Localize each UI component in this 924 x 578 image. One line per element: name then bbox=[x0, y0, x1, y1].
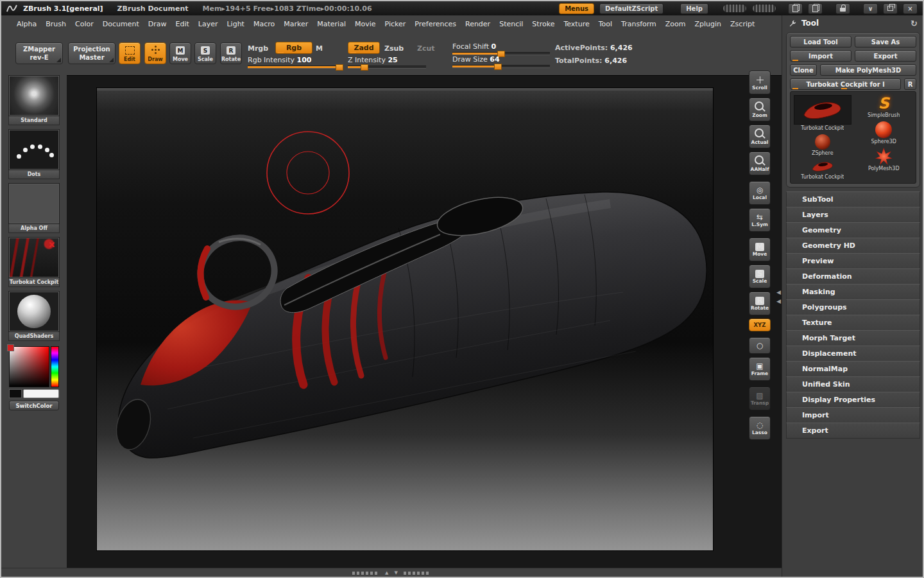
menus-button[interactable]: Menus bbox=[559, 3, 594, 14]
rotate-mode-button[interactable]: R Rotate bbox=[220, 42, 242, 64]
tray-lasso-button[interactable]: ◌ Lasso bbox=[749, 416, 771, 440]
switch-color-button[interactable]: SwitchColor bbox=[9, 401, 59, 410]
current-alpha-thumbnail[interactable]: Alpha Off bbox=[8, 183, 60, 233]
load-tool-button[interactable]: Load Tool bbox=[790, 36, 851, 48]
export-document-button[interactable] bbox=[808, 3, 823, 14]
current-stroke-thumbnail[interactable]: Dots bbox=[8, 129, 60, 179]
tool-section[interactable]: Display Properties bbox=[786, 392, 920, 408]
rgb-intensity-slider[interactable]: Rgb Intensity 100 bbox=[248, 56, 343, 69]
tray-scroll-button[interactable]: Scroll bbox=[749, 71, 771, 94]
menu-item[interactable]: Picker bbox=[385, 20, 406, 28]
tray-zoom-button[interactable]: Zoom bbox=[749, 98, 771, 121]
menu-item[interactable]: Layer bbox=[198, 20, 218, 28]
tool-section[interactable]: Layers bbox=[786, 207, 920, 223]
draw-mode-button[interactable]: Draw bbox=[144, 42, 166, 64]
restore-config-button[interactable]: R bbox=[904, 78, 916, 90]
zcut-button[interactable]: Zcut bbox=[417, 44, 435, 53]
make-polymesh3d-button[interactable]: Make PolyMesh3D bbox=[820, 64, 916, 76]
tool-thumbnail-simplebrush[interactable]: S SimpleBrush bbox=[855, 95, 913, 118]
current-brush-thumbnail[interactable]: Standard bbox=[8, 75, 60, 125]
draw-size-slider[interactable]: Draw Size 64 bbox=[452, 55, 550, 68]
tray-scale-button[interactable]: S Scale bbox=[749, 265, 771, 288]
alt-color-swatch[interactable] bbox=[9, 389, 22, 398]
menu-item[interactable]: Brush bbox=[46, 20, 66, 28]
rgb-button[interactable]: Rgb bbox=[275, 42, 312, 54]
clone-button[interactable]: Clone bbox=[790, 64, 817, 76]
tool-section[interactable]: Displacement bbox=[786, 346, 920, 362]
tool-thumbnail-turbokat[interactable]: Turbokat Cockpit bbox=[794, 95, 851, 131]
saturation-value-picker[interactable] bbox=[9, 346, 49, 387]
save-as-button[interactable]: Save As bbox=[855, 36, 916, 48]
copy-document-button[interactable] bbox=[788, 3, 803, 14]
zbrush-document-canvas[interactable] bbox=[96, 87, 714, 551]
tray-pivot-button[interactable]: ○ bbox=[749, 337, 771, 354]
tray-rotate-button[interactable]: R Rotate bbox=[749, 292, 771, 315]
tray-move-button[interactable]: M Move bbox=[749, 238, 771, 261]
tool-section[interactable]: Geometry bbox=[786, 222, 920, 238]
tray-local-button[interactable]: ◎ Local bbox=[749, 181, 771, 205]
menu-item[interactable]: Light bbox=[227, 20, 244, 28]
tray-actual-button[interactable]: Actual bbox=[749, 125, 771, 148]
slider-handle[interactable] bbox=[361, 64, 368, 71]
minimize-button[interactable]: ∨ bbox=[863, 3, 878, 14]
current-color-swatch[interactable] bbox=[23, 389, 59, 398]
tool-section[interactable]: Morph Target bbox=[786, 330, 920, 346]
menu-item[interactable]: Material bbox=[317, 20, 346, 28]
menu-item[interactable]: Tool bbox=[599, 20, 612, 28]
menu-item[interactable]: Texture bbox=[563, 20, 589, 28]
edit-mode-button[interactable]: Edit bbox=[119, 42, 141, 64]
tool-section[interactable]: Deformation bbox=[786, 268, 920, 285]
menu-item[interactable]: Document bbox=[103, 20, 139, 28]
tool-section[interactable]: Preview bbox=[786, 253, 920, 269]
current-tool-button[interactable]: Turbokat Cockpit for l bbox=[790, 78, 901, 90]
menu-item[interactable]: Zscript bbox=[730, 20, 755, 28]
tool-thumbnail-polymesh3d[interactable]: PolyMesh3D bbox=[855, 148, 913, 171]
tool-section[interactable]: Export bbox=[786, 423, 920, 439]
menu-item[interactable]: Transform bbox=[621, 20, 656, 28]
secondary-color-swatch[interactable] bbox=[7, 344, 14, 351]
tool-section[interactable]: NormalMap bbox=[786, 361, 920, 377]
tool-thumbnail-sphere3d[interactable]: Sphere3D bbox=[855, 121, 913, 144]
scale-mode-button[interactable]: S Scale bbox=[194, 42, 216, 64]
right-tray-divider-slider[interactable] bbox=[752, 4, 776, 13]
tool-section[interactable]: Masking bbox=[786, 284, 920, 300]
default-zscript-button[interactable]: DefaultZScript bbox=[599, 3, 663, 14]
mrgb-button[interactable]: Mrgb bbox=[248, 44, 268, 53]
slider-handle[interactable] bbox=[336, 64, 343, 71]
m-button[interactable]: M bbox=[316, 44, 323, 53]
menu-item[interactable]: Edit bbox=[176, 20, 189, 28]
export-button[interactable]: Export bbox=[855, 50, 916, 62]
menu-item[interactable]: Zplugin bbox=[695, 20, 722, 28]
menu-item[interactable]: Macro bbox=[253, 20, 275, 28]
import-button[interactable]: Import bbox=[790, 50, 851, 62]
zsub-button[interactable]: Zsub bbox=[384, 44, 404, 53]
hue-strip[interactable] bbox=[51, 346, 59, 387]
left-tray-divider-slider[interactable] bbox=[723, 4, 747, 13]
scroll-up-icon[interactable]: ▲ bbox=[385, 570, 388, 575]
tool-thumbnail-turbokat-small[interactable]: Turbokat Cockpit bbox=[794, 159, 851, 180]
panel-collapse-handle[interactable]: ◀ ◀ bbox=[776, 289, 781, 304]
close-button[interactable]: × bbox=[903, 3, 918, 14]
tool-section[interactable]: SubTool bbox=[786, 191, 920, 207]
restore-button[interactable] bbox=[883, 3, 898, 14]
help-button[interactable]: Help bbox=[680, 3, 708, 14]
slider-handle[interactable] bbox=[494, 64, 502, 70]
tool-section[interactable]: Unified Skin bbox=[786, 376, 920, 392]
current-material-thumbnail[interactable]: QuadShaders bbox=[8, 291, 60, 341]
focal-shift-slider[interactable]: Focal Shift 0 bbox=[452, 42, 550, 55]
hscroll-right-handle[interactable] bbox=[404, 572, 431, 575]
menu-item[interactable]: Movie bbox=[355, 20, 376, 28]
tray-aahalf-button[interactable]: AAHalf bbox=[749, 152, 771, 175]
zadd-button[interactable]: Zadd bbox=[348, 42, 380, 54]
current-texture-thumbnail[interactable]: Turbokat Cockpit bbox=[8, 237, 60, 287]
menu-item[interactable]: Zoom bbox=[665, 20, 686, 28]
tray-frame-button[interactable]: ▣ Frame bbox=[749, 357, 771, 381]
tool-section[interactable]: Geometry HD bbox=[786, 238, 920, 254]
refresh-icon[interactable]: ↻ bbox=[911, 19, 918, 28]
tray-xyz-button[interactable]: XYZ bbox=[749, 319, 771, 331]
menu-item[interactable]: Draw bbox=[148, 20, 167, 28]
menu-item[interactable]: Stencil bbox=[499, 20, 523, 28]
menu-item[interactable]: Render bbox=[465, 20, 490, 28]
zmapper-button[interactable]: ZMapper rev-E bbox=[15, 42, 63, 64]
menu-item[interactable]: Color bbox=[75, 20, 94, 28]
